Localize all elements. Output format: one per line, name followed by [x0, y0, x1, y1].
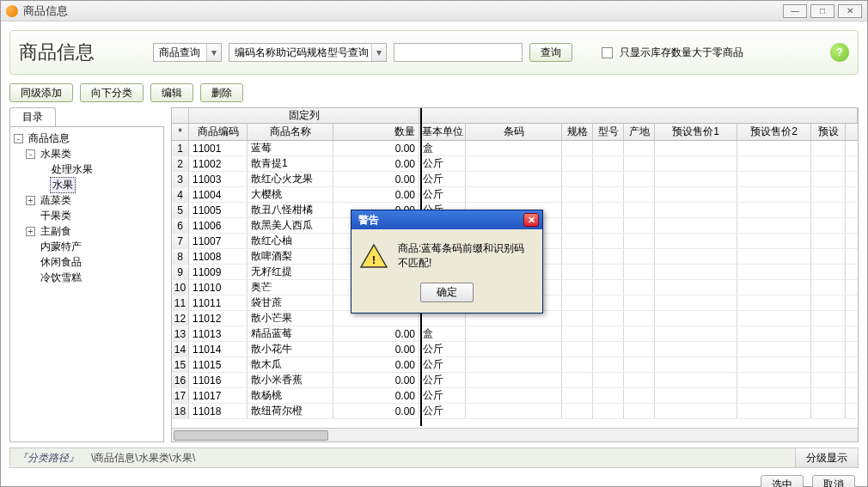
dialog-ok-button[interactable]: 确定 — [420, 283, 474, 302]
dialog-footer: 确定 — [351, 283, 542, 313]
warning-icon: ! — [360, 244, 388, 268]
modal-overlay: 警告 ✕ ! 商品:蓝莓条码前缀和识别码不匹配! 确定 — [0, 0, 868, 487]
svg-text:!: ! — [372, 254, 376, 266]
dialog-body: ! 商品:蓝莓条码前缀和识别码不匹配! — [351, 229, 542, 283]
dialog-close-button[interactable]: ✕ — [523, 213, 539, 227]
warning-dialog: 警告 ✕ ! 商品:蓝莓条码前缀和识别码不匹配! 确定 — [351, 210, 543, 314]
dialog-titlebar[interactable]: 警告 ✕ — [351, 210, 542, 229]
dialog-message: 商品:蓝莓条码前缀和识别码不匹配! — [398, 241, 534, 271]
dialog-title: 警告 — [358, 213, 379, 228]
